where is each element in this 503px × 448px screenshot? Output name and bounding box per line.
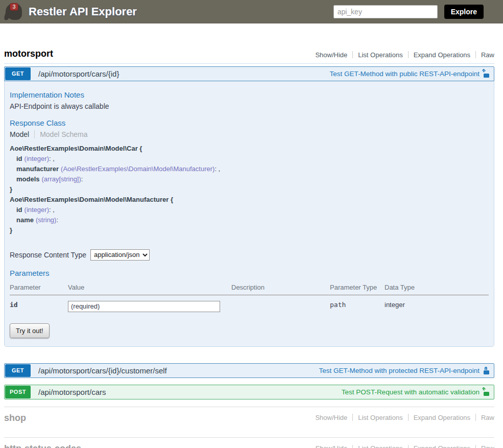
raw-link[interactable]: Raw	[481, 444, 494, 448]
model-line: id(integer): ,	[10, 205, 489, 215]
show-hide-link[interactable]: Show/Hide	[315, 414, 347, 421]
expand-operations-link[interactable]: Expand Operations	[414, 414, 470, 421]
col-parameter-type: Parameter Type	[330, 281, 385, 295]
parameter-description	[231, 295, 330, 314]
logo-version-badge: 3	[10, 3, 18, 11]
section-head-motorsport: motorsport Show/Hide List Operations Exp…	[4, 49, 494, 60]
show-hide-link[interactable]: Show/Hide	[315, 444, 347, 448]
main-content: motorsport Show/Hide List Operations Exp…	[4, 49, 494, 448]
unlock-icon	[483, 388, 490, 396]
response-class-heading: Response Class	[10, 119, 489, 127]
method-badge-get[interactable]: GET	[5, 67, 31, 80]
col-data-type: Data Type	[385, 281, 489, 295]
section-head-http-status-codes: http-status-codes Show/Hide List Operati…	[4, 443, 494, 448]
response-content-type-select[interactable]: application/json	[90, 249, 150, 261]
expand-operations-link[interactable]: Expand Operations	[414, 51, 470, 59]
test-endpoint-link[interactable]: Test GET-Method with public REST-API-end…	[330, 70, 490, 78]
divider	[408, 414, 409, 421]
operation-post-cars: POST /api/motorsport/cars Test POST-Requ…	[4, 385, 494, 399]
implementation-notes-text: API-Endpoint is always callable	[10, 102, 489, 110]
list-operations-link[interactable]: List Operations	[358, 444, 402, 448]
test-endpoint-link[interactable]: Test POST-Request with automatic validat…	[342, 388, 490, 396]
col-description: Description	[231, 281, 330, 295]
unlock-icon	[483, 70, 490, 78]
header-right: Explore	[333, 5, 484, 19]
parameters-header-row: Parameter Value Description Parameter Ty…	[10, 281, 489, 295]
lock-icon	[483, 367, 490, 374]
divider	[475, 51, 476, 58]
section-http-status-codes: http-status-codes Show/Hide List Operati…	[4, 437, 494, 448]
api-key-input[interactable]	[333, 5, 438, 18]
raw-link[interactable]: Raw	[481, 51, 494, 59]
divider	[352, 445, 353, 448]
operation-header[interactable]: GET /api/motorsport/cars/{id} Test GET-M…	[4, 66, 494, 81]
operation-details: Implementation Notes API-Endpoint is alw…	[4, 81, 494, 347]
parameter-value-input[interactable]	[68, 301, 220, 312]
test-endpoint-label: Test GET-Method with public REST-API-end…	[330, 70, 480, 78]
model-line: name(string):	[10, 215, 489, 225]
operation-header[interactable]: POST /api/motorsport/cars Test POST-Requ…	[4, 385, 494, 399]
section-motorsport: motorsport Show/Hide List Operations Exp…	[4, 49, 494, 399]
operation-get-customer-self: GET /api/motorsport/cars/{id}/customer/s…	[4, 363, 494, 378]
model-signature: Aoe\RestlerExamples\Domain\Model\Car { i…	[10, 144, 489, 235]
app-header: 3 Restler API Explorer Explore	[0, 0, 503, 23]
tab-model[interactable]: Model	[10, 130, 34, 138]
operation-path[interactable]: /api/motorsport/cars/{id}	[38, 69, 119, 78]
list-operations-link[interactable]: List Operations	[358, 414, 402, 421]
section-title-http-status-codes: http-status-codes	[4, 443, 81, 448]
explore-button[interactable]: Explore	[444, 5, 484, 19]
implementation-notes-heading: Implementation Notes	[10, 90, 489, 99]
parameter-type: path	[330, 295, 385, 314]
response-content-type-label: Response Content Type	[10, 251, 86, 259]
section-controls-http-status-codes: Show/Hide List Operations Expand Operati…	[315, 444, 494, 448]
model-line: manufacturer(Aoe\RestlerExamples\Domain\…	[10, 164, 489, 174]
section-title-motorsport: motorsport	[4, 49, 53, 60]
parameter-row-id: id path integer	[10, 295, 489, 314]
tab-model-schema[interactable]: Model Schema	[34, 130, 87, 138]
model-line: id(integer): ,	[10, 154, 489, 164]
list-operations-link[interactable]: List Operations	[358, 51, 402, 59]
section-head-shop: shop Show/Hide List Operations Expand Op…	[4, 413, 494, 424]
model-line: }	[10, 225, 489, 235]
divider	[475, 414, 476, 421]
model-tabs: Model Model Schema	[10, 130, 489, 138]
restler-logo-icon: 3	[4, 2, 25, 22]
method-badge-get[interactable]: GET	[5, 364, 31, 377]
test-endpoint-label: Test POST-Request with automatic validat…	[342, 388, 480, 396]
model-line: models(array[string]):	[10, 174, 489, 184]
divider	[408, 445, 409, 448]
divider	[352, 51, 353, 58]
col-value: Value	[68, 281, 231, 295]
parameters-table: Parameter Value Description Parameter Ty…	[10, 281, 489, 314]
model-line: Aoe\RestlerExamples\Domain\Model\Manufac…	[10, 195, 489, 205]
section-divider	[4, 63, 494, 64]
divider	[352, 414, 353, 421]
app-title: Restler API Explorer	[29, 5, 137, 18]
method-badge-post[interactable]: POST	[5, 386, 31, 398]
operation-path[interactable]: /api/motorsport/cars	[38, 388, 106, 396]
parameter-name: id	[10, 295, 68, 314]
operation-path[interactable]: /api/motorsport/cars/{id}/customer/self	[38, 366, 167, 375]
divider	[408, 51, 409, 58]
parameter-data-type: integer	[385, 295, 489, 314]
section-title-shop: shop	[4, 413, 26, 424]
section-controls-shop: Show/Hide List Operations Expand Operati…	[315, 414, 494, 422]
operation-get-cars-id: GET /api/motorsport/cars/{id} Test GET-M…	[4, 66, 494, 347]
expand-operations-link[interactable]: Expand Operations	[414, 444, 470, 448]
model-line: }	[10, 184, 489, 195]
try-it-out-button[interactable]: Try it out!	[10, 323, 50, 338]
section-controls-motorsport: Show/Hide List Operations Expand Operati…	[315, 51, 494, 60]
test-endpoint-label: Test GET-Method with protected REST-API-…	[319, 367, 480, 374]
parameters-heading: Parameters	[10, 269, 489, 277]
show-hide-link[interactable]: Show/Hide	[315, 51, 347, 59]
response-content-type-row: Response Content Type application/json	[10, 249, 489, 261]
section-shop: shop Show/Hide List Operations Expand Op…	[4, 407, 494, 431]
test-endpoint-link[interactable]: Test GET-Method with protected REST-API-…	[319, 367, 490, 374]
col-parameter: Parameter	[10, 281, 68, 295]
model-line: Aoe\RestlerExamples\Domain\Model\Car {	[10, 144, 489, 154]
operation-header[interactable]: GET /api/motorsport/cars/{id}/customer/s…	[4, 363, 494, 378]
raw-link[interactable]: Raw	[481, 414, 494, 421]
divider	[475, 445, 476, 448]
